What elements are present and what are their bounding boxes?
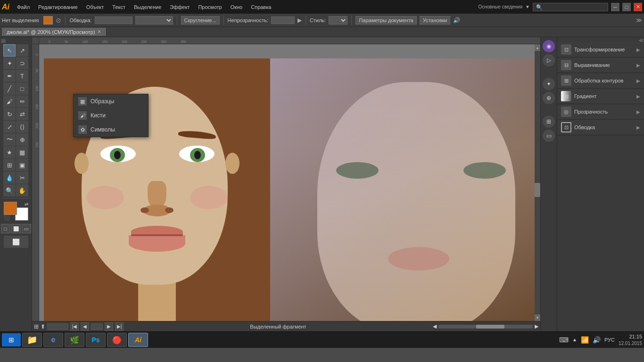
reflect-tool[interactable]: ⇄ — [16, 108, 28, 120]
popup-brushes[interactable]: 🖌 Кисти — [74, 108, 148, 123]
direct-select-tool[interactable]: ↗ — [16, 44, 28, 57]
menu-edit[interactable]: Редактирование — [34, 2, 82, 12]
fg-color-swatch[interactable] — [4, 202, 17, 215]
bg-color-swatch[interactable] — [15, 207, 28, 221]
menu-effect[interactable]: Эффект — [166, 2, 193, 12]
style-select[interactable] — [329, 16, 347, 25]
scrollbar-v-up[interactable]: ▲ — [535, 44, 540, 51]
status-icon-2[interactable]: ⬆ — [41, 323, 45, 330]
scrollbar-v-thumb[interactable] — [535, 183, 540, 197]
close-button[interactable]: ✕ — [634, 3, 642, 11]
keyboard-icon[interactable]: ⌨ — [559, 336, 569, 344]
taskbar-ie[interactable]: e — [43, 333, 63, 347]
search-input[interactable] — [533, 3, 608, 11]
menu-file[interactable]: Файл — [13, 2, 33, 12]
scissors-tool[interactable]: ✂ — [16, 172, 28, 184]
status-arrow-right[interactable]: ▶ — [535, 323, 538, 329]
panel-transparency-header[interactable]: ◎ Прозрачность ▶ — [557, 104, 644, 119]
symbols-panel-icon-btn[interactable]: ⊕ — [543, 92, 555, 104]
panel-collapse-btn[interactable]: ≪ — [639, 38, 644, 41]
reset-colors-icon[interactable]: ⬛ — [4, 215, 9, 221]
fill-color-swatch[interactable] — [43, 16, 53, 25]
extra-icon-btn[interactable]: ▭ — [543, 130, 555, 142]
maximize-button[interactable]: □ — [622, 3, 631, 11]
panel-options-icon[interactable]: ≫ — [636, 17, 642, 24]
pen-tool[interactable]: ✒ — [3, 70, 16, 82]
opacity-input[interactable]: 100% — [271, 16, 295, 24]
taskbar-clock[interactable]: 21:15 12.01.2015 — [619, 333, 642, 346]
doc-tab-close-icon[interactable]: ✕ — [97, 29, 101, 35]
shapes-icon-btn[interactable]: ▷ — [543, 54, 555, 66]
full-screen-mode-btn[interactable]: ▭ — [22, 224, 31, 233]
scroll-h-thumb[interactable] — [476, 325, 504, 329]
eyedropper-tool[interactable]: 💧 — [3, 172, 16, 184]
nav-prev-btn[interactable]: ◀ — [81, 322, 89, 331]
taskbar-chrome[interactable]: 🔴 — [107, 333, 127, 347]
type-tool[interactable]: T — [16, 70, 28, 82]
pencil-tool[interactable]: ✏ — [16, 95, 28, 107]
nav-next-btn[interactable]: ▶ — [105, 322, 113, 331]
arrow-up-icon[interactable]: ▲ — [572, 337, 577, 342]
corner-button[interactable]: Скругление... — [181, 16, 220, 25]
rotate-tool[interactable]: ↻ — [3, 108, 16, 120]
taskbar-photoshop[interactable]: Ps — [86, 333, 106, 347]
menu-select[interactable]: Выделение — [130, 2, 165, 12]
mesh-tool[interactable]: ⊞ — [3, 159, 16, 171]
taskbar-file-explorer[interactable]: 📁 — [22, 333, 42, 347]
stroke-select[interactable] — [135, 16, 173, 25]
layers-icon-btn[interactable]: ✦ — [543, 78, 555, 90]
lasso-tool[interactable]: ⊃ — [16, 57, 28, 69]
start-button[interactable]: ⊞ — [2, 333, 21, 346]
warp-tool[interactable]: 〜 — [3, 133, 16, 146]
zoom-input[interactable]: 200% — [47, 323, 68, 330]
swap-colors-icon[interactable]: ⇄ — [25, 202, 28, 207]
screen-mode-btn[interactable]: ⬜ — [4, 236, 28, 248]
symbols-tool[interactable]: ★ — [3, 146, 16, 158]
menu-object[interactable]: Объект — [83, 2, 107, 12]
fill-none-icon[interactable]: ⊘ — [56, 16, 61, 24]
nav-first-btn[interactable]: |◀ — [70, 322, 79, 331]
menu-view[interactable]: Просмотр — [194, 2, 225, 12]
status-icon-1[interactable]: ⊞ — [34, 323, 39, 330]
scrollbar-vertical[interactable]: ▲ ▼ — [535, 44, 540, 321]
doc-tab[interactable]: джоли.ai* @ 200% (СМУК/Просмотр) ✕ — [2, 28, 107, 36]
opacity-arrow[interactable]: ▶ — [297, 17, 302, 24]
magic-wand-tool[interactable]: ✦ — [3, 57, 16, 69]
more-icon-btn[interactable]: ⊞ — [543, 115, 555, 128]
menu-window[interactable]: Окно — [227, 2, 247, 12]
panel-stroke-header[interactable]: ⊡ Обводка ▶ — [557, 120, 644, 135]
scroll-h-track[interactable] — [438, 325, 533, 329]
minimize-button[interactable]: ─ — [611, 3, 619, 11]
select-tool[interactable]: ↖ — [3, 44, 16, 57]
settings-button[interactable]: Установки — [420, 16, 451, 25]
gradient-tool[interactable]: ▣ — [16, 159, 28, 171]
taskbar-app3[interactable]: 🌿 — [65, 333, 84, 347]
popup-symbols[interactable]: ✿ Символы — [74, 123, 148, 137]
taskbar-illustrator[interactable]: Ai — [128, 333, 148, 347]
network-icon[interactable]: 📶 — [581, 336, 589, 344]
nav-last-btn[interactable]: ▶| — [115, 322, 124, 331]
column-graph-tool[interactable]: ▦ — [16, 146, 28, 158]
change-screen-btn[interactable]: ⬜ — [4, 236, 28, 248]
mask-mode-btn[interactable]: ⬜ — [11, 224, 21, 233]
page-input[interactable]: 1 — [91, 323, 103, 330]
rect-tool[interactable]: □ — [16, 82, 28, 95]
blend-tool[interactable]: ⊕ — [16, 133, 28, 146]
panel-align-header[interactable]: ⊟ Выравнивание ▶ — [557, 58, 644, 73]
stroke-input[interactable] — [95, 16, 132, 24]
canvas-area[interactable]: ▲ ▼ ▦ Образцы 🖌 Кисти ✿ — [39, 44, 540, 321]
normal-mode-btn[interactable]: □ — [1, 224, 10, 233]
line-tool[interactable]: ╱ — [3, 82, 16, 95]
paintbrush-tool[interactable]: 🖌 — [3, 95, 16, 107]
scrollbar-v-down[interactable]: ▼ — [535, 314, 540, 321]
menu-help[interactable]: Справка — [247, 2, 275, 12]
hand-tool[interactable]: ✋ — [16, 184, 28, 197]
shear-tool[interactable]: ⟨⟩ — [16, 121, 28, 133]
zoom-tool[interactable]: 🔍 — [3, 184, 16, 197]
status-arrow-left[interactable]: ◀ — [433, 323, 437, 329]
panel-pathfinder-header[interactable]: ⊞ Обработка контуров ▶ — [557, 73, 644, 88]
color-wheel-icon-btn[interactable]: ◉ — [543, 40, 555, 52]
language-label[interactable]: РУС — [604, 337, 615, 343]
volume-icon[interactable]: 🔊 — [593, 336, 601, 344]
popup-samples[interactable]: ▦ Образцы — [74, 94, 148, 108]
